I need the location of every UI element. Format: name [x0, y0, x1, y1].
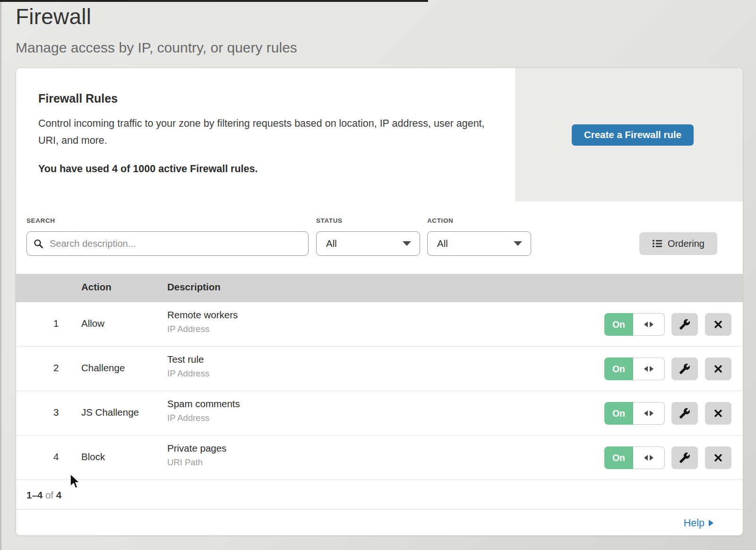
rule-description: Test rule	[167, 354, 209, 365]
action-label: ACTION	[427, 217, 453, 224]
help-bar: Help	[16, 509, 743, 536]
close-x-icon	[713, 320, 723, 329]
close-x-icon	[713, 409, 723, 418]
pagination-bar: 1–4 of 4	[16, 480, 743, 509]
screen-edge-artifact-left	[0, 0, 1, 550]
rule-action: JS Challenge	[81, 407, 139, 418]
rule-enabled-toggle[interactable]: On	[604, 358, 665, 380]
rule-match-field: IP Address	[167, 368, 209, 379]
rule-priority: 4	[53, 451, 59, 463]
create-firewall-rule-button[interactable]: Create a Firewall rule	[572, 124, 694, 146]
toggle-on-state: On	[604, 358, 633, 380]
rule-description-cell: Test rule IP Address	[167, 354, 209, 379]
card-description: Control incoming traffic to your zone by…	[38, 115, 487, 149]
rule-description: Spam comments	[167, 398, 240, 410]
intro-section: Firewall Rules Control incoming traffic …	[16, 68, 743, 201]
create-rule-panel: Create a Firewall rule	[515, 68, 743, 201]
rule-match-field: IP Address	[167, 413, 240, 423]
rule-match-field: URI Path	[167, 457, 226, 468]
ordering-button-label: Ordering	[668, 238, 704, 249]
toggle-on-state: On	[604, 446, 633, 469]
rule-action: Block	[81, 451, 105, 463]
left-right-arrows-icon	[633, 446, 665, 469]
close-x-icon	[713, 364, 723, 374]
edit-rule-button[interactable]	[671, 446, 698, 469]
wrench-icon	[679, 319, 690, 330]
card-heading: Firewall Rules	[38, 92, 487, 105]
table-row: 4 Block Private pages URI Path On	[16, 436, 743, 480]
left-right-arrows-icon	[633, 358, 665, 380]
column-header-description: Description	[167, 281, 221, 293]
toggle-on-state: On	[604, 402, 633, 425]
rule-enabled-toggle[interactable]: On	[604, 402, 665, 425]
rule-description-cell: Private pages URI Path	[167, 443, 226, 468]
rules-usage-summary: You have used 4 of 1000 active Firewall …	[38, 163, 487, 175]
left-right-arrows-icon	[633, 313, 665, 336]
rule-enabled-toggle[interactable]: On	[604, 313, 665, 336]
page-subtitle: Manage access by IP, country, or query r…	[16, 40, 297, 56]
help-link[interactable]: Help	[684, 517, 713, 529]
left-right-arrows-icon	[633, 402, 665, 425]
chevron-down-icon	[403, 241, 411, 246]
rule-priority: 1	[53, 318, 59, 329]
arrow-right-icon	[709, 520, 713, 526]
rule-description: Private pages	[167, 443, 226, 454]
rule-action: Challenge	[81, 362, 125, 374]
delete-rule-button[interactable]	[705, 402, 731, 425]
pagination-summary: 1–4 of 4	[26, 489, 61, 501]
search-icon	[34, 239, 43, 249]
firewall-rules-card: Firewall Rules Control incoming traffic …	[16, 68, 743, 536]
status-select[interactable]: All	[316, 231, 420, 256]
action-selected-value: All	[437, 238, 448, 249]
edit-rule-button[interactable]	[671, 358, 698, 380]
delete-rule-button[interactable]	[705, 313, 731, 336]
rule-action: Allow	[81, 318, 104, 329]
table-row: 3 JS Challenge Spam comments IP Address …	[16, 391, 743, 436]
table-row: 2 Challenge Test rule IP Address On	[16, 347, 743, 391]
wrench-icon	[679, 408, 690, 419]
chevron-down-icon	[514, 241, 522, 246]
ordering-button[interactable]: Ordering	[639, 232, 717, 255]
column-header-action: Action	[81, 281, 112, 293]
wrench-icon	[679, 363, 690, 375]
edit-rule-button[interactable]	[671, 313, 698, 336]
status-label: STATUS	[316, 217, 343, 224]
filters-bar: SEARCH STATUS All ACTION All	[16, 201, 743, 274]
help-link-label: Help	[684, 517, 704, 529]
page-header: Firewall Manage access by IP, country, o…	[16, 0, 297, 56]
intro-text-panel: Firewall Rules Control incoming traffic …	[16, 68, 515, 201]
rule-description-cell: Remote workers IP Address	[167, 309, 238, 334]
page-title: Firewall	[16, 4, 297, 29]
delete-rule-button[interactable]	[705, 446, 731, 469]
table-row: 1 Allow Remote workers IP Address On	[16, 302, 743, 347]
status-selected-value: All	[326, 238, 337, 249]
rule-match-field: IP Address	[167, 324, 238, 334]
table-header: Action Description	[16, 274, 743, 302]
action-select[interactable]: All	[427, 231, 531, 256]
search-box	[26, 231, 309, 256]
edit-rule-button[interactable]	[671, 402, 698, 425]
delete-rule-button[interactable]	[705, 358, 731, 380]
search-input[interactable]	[49, 238, 301, 250]
rule-priority: 3	[53, 407, 59, 418]
close-x-icon	[713, 453, 723, 463]
ordered-list-icon	[652, 239, 662, 248]
rules-table-body: 1 Allow Remote workers IP Address On 2 C…	[16, 302, 743, 480]
rule-description: Remote workers	[167, 309, 238, 321]
wrench-icon	[679, 452, 690, 463]
rule-enabled-toggle[interactable]: On	[604, 446, 665, 469]
rule-description-cell: Spam comments IP Address	[167, 398, 240, 423]
search-label: SEARCH	[26, 217, 55, 224]
rule-priority: 2	[53, 362, 59, 374]
toggle-on-state: On	[604, 313, 633, 336]
